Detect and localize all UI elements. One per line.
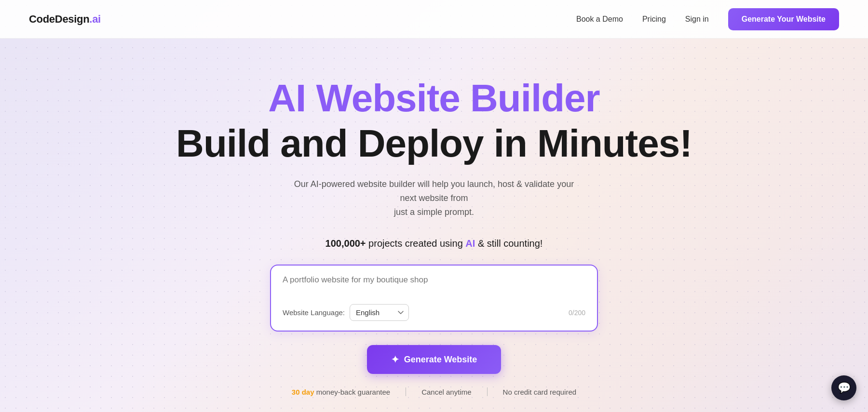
- nav-sign-in[interactable]: Sign in: [685, 15, 709, 24]
- nav-book-demo[interactable]: Book a Demo: [576, 15, 623, 24]
- logo-text: CodeDesign.ai: [29, 13, 101, 26]
- logo[interactable]: CodeDesign.ai: [29, 13, 101, 26]
- stats-ai: AI: [465, 238, 475, 249]
- logo-main: CodeDesign: [29, 13, 89, 25]
- language-row: Website Language: English Spanish French…: [283, 304, 409, 321]
- divider-2: [487, 387, 488, 396]
- stats-count: 100,000+: [326, 238, 366, 249]
- guarantee-cancel: Cancel anytime: [421, 388, 471, 396]
- input-container: Website Language: English Spanish French…: [270, 265, 598, 332]
- navbar-links: Book a Demo Pricing Sign in Generate You…: [576, 8, 839, 30]
- generate-website-button[interactable]: ✦ Generate Website: [367, 345, 502, 374]
- headline-purple: AI Website Builder: [268, 77, 599, 120]
- prompt-input[interactable]: [283, 275, 585, 294]
- stats-text: 100,000+ projects created using AI & sti…: [326, 238, 543, 249]
- headline-black: Build and Deploy in Minutes!: [176, 121, 692, 166]
- main-content: AI Website Builder Build and Deploy in M…: [0, 39, 868, 396]
- guarantee-money-back: 30 day money-back guarantee: [292, 388, 390, 396]
- stats-suffix: & still counting!: [475, 238, 542, 249]
- divider-1: [406, 387, 406, 396]
- language-select[interactable]: English Spanish French German Italian Po…: [350, 304, 409, 321]
- chat-icon: 💬: [838, 382, 851, 394]
- input-bottom-row: Website Language: English Spanish French…: [283, 304, 585, 321]
- subtitle-line2: just a simple prompt.: [394, 207, 474, 217]
- nav-cta-button[interactable]: Generate Your Website: [728, 8, 839, 30]
- char-count: 0/200: [569, 309, 585, 317]
- nav-pricing[interactable]: Pricing: [642, 15, 666, 24]
- sparkle-icon: ✦: [391, 354, 399, 365]
- guarantee-no-cc: No credit card required: [503, 388, 577, 396]
- guarantee-money-back-text: money-back guarantee: [314, 388, 391, 396]
- subtitle: Our AI-powered website builder will help…: [289, 177, 579, 219]
- guarantee-row: 30 day money-back guarantee Cancel anyti…: [292, 387, 576, 396]
- guarantee-30day: 30 day: [292, 388, 314, 396]
- navbar: CodeDesign.ai Book a Demo Pricing Sign i…: [0, 0, 868, 39]
- generate-button-label: Generate Website: [404, 355, 477, 365]
- stats-middle: projects created using: [366, 238, 466, 249]
- chat-bubble-button[interactable]: 💬: [831, 375, 856, 400]
- logo-ai: ai: [92, 13, 101, 25]
- subtitle-line1: Our AI-powered website builder will help…: [294, 179, 574, 203]
- language-label: Website Language:: [283, 308, 345, 317]
